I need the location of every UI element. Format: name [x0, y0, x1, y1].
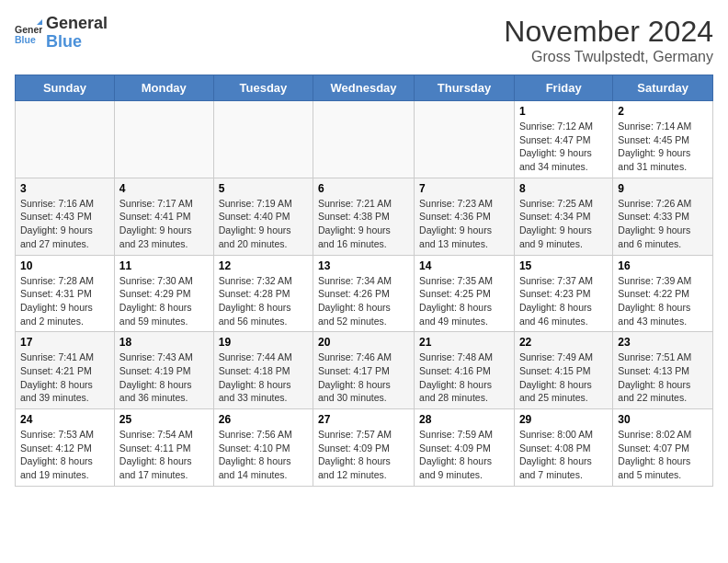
calendar-cell [16, 101, 115, 178]
calendar-body: 1Sunrise: 7:12 AM Sunset: 4:47 PM Daylig… [16, 101, 713, 487]
calendar-cell: 13Sunrise: 7:34 AM Sunset: 4:26 PM Dayli… [313, 255, 415, 332]
day-number: 5 [219, 182, 308, 195]
day-number: 10 [20, 259, 109, 272]
day-info: Sunrise: 7:19 AM Sunset: 4:40 PM Dayligh… [219, 197, 308, 251]
day-info: Sunrise: 7:43 AM Sunset: 4:19 PM Dayligh… [119, 350, 209, 405]
header: General Blue General Blue November 2024 … [15, 15, 713, 65]
day-number: 3 [20, 182, 109, 195]
day-info: Sunrise: 7:37 AM Sunset: 4:23 PM Dayligh… [519, 274, 608, 328]
svg-text:Blue: Blue [15, 33, 36, 44]
day-info: Sunrise: 7:14 AM Sunset: 4:45 PM Dayligh… [618, 120, 708, 174]
day-info: Sunrise: 7:41 AM Sunset: 4:21 PM Dayligh… [20, 350, 109, 405]
calendar-cell: 18Sunrise: 7:43 AM Sunset: 4:19 PM Dayli… [114, 332, 213, 409]
logo-icon: General Blue [15, 19, 42, 47]
calendar-cell: 16Sunrise: 7:39 AM Sunset: 4:22 PM Dayli… [613, 255, 713, 332]
calendar-cell: 27Sunrise: 7:57 AM Sunset: 4:09 PM Dayli… [313, 409, 415, 487]
day-number: 12 [219, 259, 308, 272]
calendar-table: SundayMondayTuesdayWednesdayThursdayFrid… [15, 75, 713, 487]
calendar-cell [313, 101, 415, 178]
calendar-cell: 11Sunrise: 7:30 AM Sunset: 4:29 PM Dayli… [114, 255, 213, 332]
day-info: Sunrise: 7:46 AM Sunset: 4:17 PM Dayligh… [318, 350, 409, 405]
day-number: 8 [519, 182, 608, 195]
weekday-header: Sunday [16, 75, 115, 101]
calendar-cell: 29Sunrise: 8:00 AM Sunset: 4:08 PM Dayli… [514, 409, 612, 487]
calendar-cell: 6Sunrise: 7:21 AM Sunset: 4:38 PM Daylig… [313, 178, 415, 255]
day-number: 16 [618, 259, 708, 272]
calendar-cell: 2Sunrise: 7:14 AM Sunset: 4:45 PM Daylig… [613, 101, 713, 178]
svg-marker-2 [37, 19, 42, 25]
day-info: Sunrise: 7:57 AM Sunset: 4:09 PM Dayligh… [318, 428, 409, 482]
day-number: 15 [519, 259, 608, 272]
weekday-header: Monday [114, 75, 213, 101]
day-number: 20 [318, 336, 409, 349]
day-number: 25 [119, 413, 209, 426]
logo-text: General Blue [46, 15, 108, 52]
day-info: Sunrise: 7:32 AM Sunset: 4:28 PM Dayligh… [219, 274, 308, 328]
location-title: Gross Twulpstedt, Germany [504, 49, 713, 65]
calendar-cell: 4Sunrise: 7:17 AM Sunset: 4:41 PM Daylig… [114, 178, 213, 255]
day-info: Sunrise: 7:51 AM Sunset: 4:13 PM Dayligh… [618, 350, 708, 405]
day-number: 22 [519, 336, 608, 349]
day-number: 28 [419, 413, 509, 426]
day-number: 27 [318, 413, 409, 426]
day-number: 30 [618, 413, 708, 426]
title-area: November 2024 Gross Twulpstedt, Germany [504, 15, 713, 65]
day-info: Sunrise: 7:25 AM Sunset: 4:34 PM Dayligh… [519, 197, 608, 251]
day-info: Sunrise: 7:17 AM Sunset: 4:41 PM Dayligh… [119, 197, 209, 251]
calendar-cell: 26Sunrise: 7:56 AM Sunset: 4:10 PM Dayli… [213, 409, 313, 487]
calendar-cell: 3Sunrise: 7:16 AM Sunset: 4:43 PM Daylig… [16, 178, 115, 255]
weekday-header: Friday [514, 75, 612, 101]
day-info: Sunrise: 7:35 AM Sunset: 4:25 PM Dayligh… [419, 274, 509, 328]
day-number: 6 [318, 182, 409, 195]
day-number: 29 [519, 413, 608, 426]
calendar-cell: 21Sunrise: 7:48 AM Sunset: 4:16 PM Dayli… [415, 332, 515, 409]
day-number: 17 [20, 336, 109, 349]
calendar-cell: 17Sunrise: 7:41 AM Sunset: 4:21 PM Dayli… [16, 332, 115, 409]
calendar-cell: 12Sunrise: 7:32 AM Sunset: 4:28 PM Dayli… [213, 255, 313, 332]
day-number: 1 [519, 105, 608, 118]
calendar-cell: 8Sunrise: 7:25 AM Sunset: 4:34 PM Daylig… [514, 178, 612, 255]
day-number: 26 [219, 413, 308, 426]
calendar-cell: 24Sunrise: 7:53 AM Sunset: 4:12 PM Dayli… [16, 409, 115, 487]
day-number: 21 [419, 336, 509, 349]
calendar-cell [114, 101, 213, 178]
calendar-cell: 19Sunrise: 7:44 AM Sunset: 4:18 PM Dayli… [213, 332, 313, 409]
day-number: 13 [318, 259, 409, 272]
calendar-cell [213, 101, 313, 178]
day-number: 9 [618, 182, 708, 195]
day-number: 19 [219, 336, 308, 349]
calendar-cell: 30Sunrise: 8:02 AM Sunset: 4:07 PM Dayli… [613, 409, 713, 487]
day-info: Sunrise: 7:21 AM Sunset: 4:38 PM Dayligh… [318, 197, 409, 251]
calendar-cell: 20Sunrise: 7:46 AM Sunset: 4:17 PM Dayli… [313, 332, 415, 409]
day-number: 23 [618, 336, 708, 349]
day-number: 4 [119, 182, 209, 195]
weekday-header: Thursday [415, 75, 515, 101]
day-info: Sunrise: 7:12 AM Sunset: 4:47 PM Dayligh… [519, 120, 608, 174]
month-title: November 2024 [504, 15, 713, 49]
calendar-cell: 5Sunrise: 7:19 AM Sunset: 4:40 PM Daylig… [213, 178, 313, 255]
logo: General Blue General Blue [15, 15, 108, 52]
calendar-cell: 22Sunrise: 7:49 AM Sunset: 4:15 PM Dayli… [514, 332, 612, 409]
day-info: Sunrise: 7:53 AM Sunset: 4:12 PM Dayligh… [20, 428, 109, 482]
day-info: Sunrise: 8:00 AM Sunset: 4:08 PM Dayligh… [519, 428, 608, 482]
day-number: 7 [419, 182, 509, 195]
calendar-cell [415, 101, 515, 178]
day-number: 11 [119, 259, 209, 272]
calendar-cell: 1Sunrise: 7:12 AM Sunset: 4:47 PM Daylig… [514, 101, 612, 178]
day-info: Sunrise: 7:28 AM Sunset: 4:31 PM Dayligh… [20, 274, 109, 328]
day-number: 24 [20, 413, 109, 426]
day-info: Sunrise: 7:48 AM Sunset: 4:16 PM Dayligh… [419, 350, 509, 405]
calendar-cell: 9Sunrise: 7:26 AM Sunset: 4:33 PM Daylig… [613, 178, 713, 255]
day-info: Sunrise: 7:59 AM Sunset: 4:09 PM Dayligh… [419, 428, 509, 482]
calendar-cell: 28Sunrise: 7:59 AM Sunset: 4:09 PM Dayli… [415, 409, 515, 487]
weekday-header: Tuesday [213, 75, 313, 101]
day-number: 14 [419, 259, 509, 272]
day-number: 2 [618, 105, 708, 118]
weekday-header: Wednesday [313, 75, 415, 101]
day-info: Sunrise: 7:54 AM Sunset: 4:11 PM Dayligh… [119, 428, 209, 482]
day-info: Sunrise: 7:39 AM Sunset: 4:22 PM Dayligh… [618, 274, 708, 328]
calendar-cell: 23Sunrise: 7:51 AM Sunset: 4:13 PM Dayli… [613, 332, 713, 409]
day-info: Sunrise: 7:30 AM Sunset: 4:29 PM Dayligh… [119, 274, 209, 328]
day-number: 18 [119, 336, 209, 349]
calendar-cell: 7Sunrise: 7:23 AM Sunset: 4:36 PM Daylig… [415, 178, 515, 255]
